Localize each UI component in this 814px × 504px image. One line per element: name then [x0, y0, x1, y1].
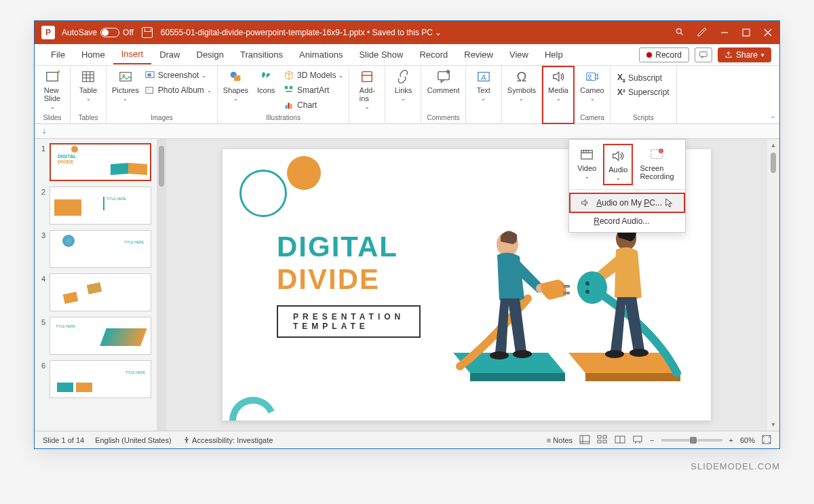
media-button[interactable]: Media⌄ — [546, 69, 570, 102]
view-reading-icon[interactable] — [615, 435, 625, 446]
thumb-4[interactable] — [50, 273, 151, 311]
qat-chevron-icon[interactable]: ⇣ — [41, 128, 47, 135]
thumbnail-scrollbar[interactable] — [157, 139, 166, 431]
ribbon-collapse-icon[interactable]: ⌄ — [770, 112, 775, 119]
audio-on-my-pc-item[interactable]: Audio on My PC... — [569, 193, 685, 213]
thumb-1[interactable]: DIGITALDIVIDE — [50, 143, 151, 181]
audio-button[interactable]: Audio⌄ — [603, 144, 633, 185]
svg-rect-63 — [603, 440, 606, 443]
fit-to-window-icon[interactable] — [762, 435, 771, 446]
audio-submenu: Audio on My PC... Record Audio... — [569, 190, 685, 232]
text-button[interactable]: AText⌄ — [471, 69, 496, 102]
zoom-out-button[interactable]: − — [650, 436, 654, 444]
thumb-3[interactable]: TITLE HERE — [50, 230, 151, 268]
group-addins: Add- ins⌄ — [349, 66, 385, 124]
group-label-images: Images — [151, 114, 173, 121]
links-button[interactable]: Links⌄ — [391, 69, 415, 102]
pictures-button[interactable]: Pictures⌄ — [112, 69, 139, 102]
svg-point-46 — [585, 282, 589, 286]
tab-view[interactable]: View — [501, 45, 537, 64]
scroll-down-icon[interactable]: ▼ — [771, 421, 777, 428]
zoom-in-button[interactable]: + — [729, 436, 733, 444]
superscript-button[interactable]: X² Superscript — [617, 86, 670, 98]
svg-point-0 — [676, 28, 681, 33]
comments-toggle[interactable] — [695, 47, 712, 62]
svg-rect-66 — [634, 436, 642, 442]
tab-record[interactable]: Record — [411, 45, 456, 64]
addins-icon — [359, 69, 375, 85]
comment-button[interactable]: +Comment — [427, 69, 460, 94]
thumb-5[interactable]: TITLE HERE — [50, 317, 151, 355]
language-status[interactable]: English (United States) — [95, 436, 172, 444]
tab-home[interactable]: Home — [73, 45, 113, 64]
cameo-button[interactable]: Cameo⌄ — [580, 69, 604, 102]
tab-review[interactable]: Review — [456, 45, 501, 64]
tab-slideshow[interactable]: Slide Show — [351, 45, 411, 64]
cameo-icon — [584, 69, 600, 85]
thumb-2[interactable]: TITLE HERE — [50, 187, 151, 225]
svg-rect-21 — [235, 75, 241, 81]
pictures-icon — [117, 69, 134, 85]
accessibility-status[interactable]: Accessibility: Investigate — [182, 436, 273, 444]
shapes-button[interactable]: Shapes⌄ — [223, 69, 248, 102]
group-label-tables: Tables — [79, 114, 98, 121]
smartart-button[interactable]: SmartArt — [284, 83, 343, 97]
tab-insert[interactable]: Insert — [113, 45, 152, 64]
symbols-button[interactable]: ΩSymbols⌄ — [507, 69, 536, 102]
group-symbols: ΩSymbols⌄ — [502, 66, 542, 124]
thumb-num-4: 4 — [39, 273, 45, 311]
subscript-icon: X₂ — [617, 73, 625, 83]
zoom-level[interactable]: 60% — [740, 436, 755, 444]
icons-button[interactable]: Icons — [254, 69, 278, 94]
svg-rect-24 — [286, 105, 288, 109]
svg-point-45 — [577, 271, 607, 304]
view-sorter-icon[interactable] — [597, 435, 608, 446]
record-dot-icon — [646, 52, 652, 58]
record-audio-item[interactable]: Record Audio... — [569, 213, 685, 229]
ribbon: ✦ New Slide⌄ Slides Table⌄ Tables Pictur… — [35, 66, 779, 124]
tab-animations[interactable]: Animations — [291, 45, 351, 64]
autosave-toggle[interactable]: AutoSave Off — [62, 28, 134, 37]
scroll-thumb[interactable] — [771, 153, 776, 173]
addins-button[interactable]: Add- ins⌄ — [355, 69, 379, 110]
slide-thumbnails[interactable]: 1DIGITALDIVIDE 2TITLE HERE 3TITLE HERE 4… — [35, 139, 157, 431]
screen-recording-button[interactable]: Screen Recording — [636, 144, 678, 185]
thumb-num-1: 1 — [39, 143, 45, 181]
chart-button[interactable]: Chart — [284, 98, 343, 112]
save-icon[interactable] — [142, 27, 153, 38]
group-scripts: X₂ Subscript X² Superscript Scripts — [610, 66, 677, 124]
search-icon[interactable] — [675, 27, 684, 39]
view-slideshow-icon[interactable] — [632, 435, 643, 446]
video-icon — [579, 147, 595, 163]
minimize-button[interactable] — [720, 28, 729, 37]
scroll-up-icon[interactable]: ▲ — [771, 142, 777, 149]
zoom-slider[interactable] — [661, 439, 722, 442]
draw-mode-icon[interactable] — [697, 26, 708, 39]
close-button[interactable] — [763, 28, 773, 37]
record-button[interactable]: Record — [639, 47, 689, 62]
group-label-comments: Comments — [427, 114, 459, 121]
subscript-button[interactable]: X₂ Subscript — [617, 71, 670, 85]
screenshot-button[interactable]: Screenshot ⌄ — [144, 69, 212, 82]
tab-design[interactable]: Design — [189, 45, 232, 64]
video-button[interactable]: Video⌄ — [573, 144, 600, 185]
tab-transitions[interactable]: Transitions — [232, 45, 291, 64]
svg-point-34 — [589, 75, 592, 77]
thumb-num-5: 5 — [39, 317, 45, 355]
notes-button[interactable]: ≡ Notes — [547, 436, 573, 444]
tab-draw[interactable]: Draw — [151, 45, 188, 64]
tab-file[interactable]: File — [43, 45, 73, 64]
share-button[interactable]: Share ▾ — [718, 47, 771, 62]
thumb-6[interactable]: TITLE HERE — [50, 360, 151, 398]
tab-help[interactable]: Help — [537, 45, 571, 64]
table-button[interactable]: Table⌄ — [76, 69, 100, 102]
maximize-button[interactable] — [741, 28, 751, 37]
new-slide-button[interactable]: ✦ New Slide⌄ — [40, 69, 64, 110]
cursor-icon — [665, 198, 674, 208]
watermark: SLIDEMODEL.COM — [34, 461, 780, 471]
view-normal-icon[interactable] — [579, 435, 590, 446]
photo-album-icon — [144, 85, 155, 96]
3d-models-button[interactable]: 3D Models ⌄ — [284, 69, 343, 82]
photo-album-button[interactable]: Photo Album ⌄ — [144, 83, 212, 97]
vertical-scrollbar[interactable]: ▲ ▼ — [767, 139, 779, 431]
